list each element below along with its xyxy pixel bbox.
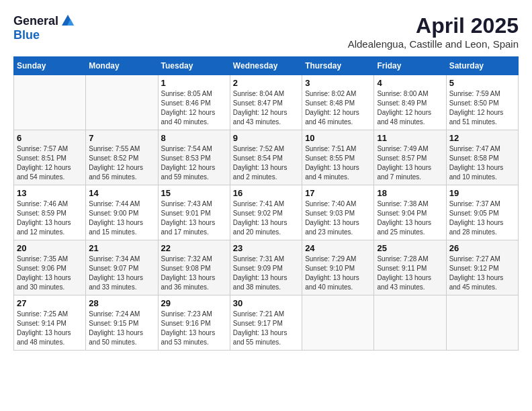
logo: General Blue <box>13 13 75 42</box>
day-detail: Sunrise: 7:55 AMSunset: 8:52 PMDaylight:… <box>89 144 154 182</box>
calendar-day-cell: 14Sunrise: 7:44 AMSunset: 9:00 PMDayligh… <box>86 185 158 240</box>
day-number: 13 <box>17 188 83 198</box>
day-info-line: Sunset: 9:16 PM <box>161 320 211 327</box>
day-number: 10 <box>305 133 371 143</box>
month-title: April 2025 <box>348 13 519 38</box>
calendar-day-cell: 28Sunrise: 7:24 AMSunset: 9:15 PMDayligh… <box>86 295 158 351</box>
calendar-day-cell: 30Sunrise: 7:21 AMSunset: 9:17 PMDayligh… <box>230 295 302 351</box>
day-info-line: Sunrise: 7:57 AM <box>17 145 68 152</box>
day-detail: Sunrise: 7:34 AMSunset: 9:07 PMDaylight:… <box>89 255 154 292</box>
day-detail: Sunrise: 7:31 AMSunset: 9:09 PMDaylight:… <box>233 255 299 292</box>
calendar-day-cell: 22Sunrise: 7:32 AMSunset: 9:08 PMDayligh… <box>158 240 230 295</box>
day-detail: Sunrise: 7:38 AMSunset: 9:04 PMDaylight:… <box>377 199 443 237</box>
daylight-hours: Daylight: 13 hours and 15 minutes. <box>89 219 143 236</box>
day-info-line: Sunrise: 7:59 AM <box>449 90 500 97</box>
calendar-table: SundayMondayTuesdayWednesdayThursdayFrid… <box>13 56 519 351</box>
daylight-hours: Daylight: 13 hours and 33 minutes. <box>89 274 143 291</box>
daylight-hours: Daylight: 12 hours and 54 minutes. <box>17 164 71 181</box>
daylight-hours: Daylight: 13 hours and 48 minutes. <box>17 329 71 346</box>
day-info-line: Sunrise: 8:05 AM <box>161 90 212 97</box>
daylight-hours: Daylight: 13 hours and 12 minutes. <box>17 219 71 236</box>
day-info-line: Sunset: 8:51 PM <box>17 154 66 162</box>
day-info-line: Sunset: 9:01 PM <box>161 210 211 217</box>
day-info-line: Sunset: 8:52 PM <box>89 154 138 162</box>
title-block: April 2025 Aldealengua, Castille and Leo… <box>348 13 519 50</box>
daylight-hours: Daylight: 13 hours and 53 minutes. <box>161 329 216 346</box>
day-number: 8 <box>161 133 227 143</box>
day-info-line: Sunset: 9:05 PM <box>449 210 499 217</box>
weekday-header: Saturday <box>446 57 518 75</box>
day-info-line: Sunrise: 7:40 AM <box>305 200 356 208</box>
day-detail: Sunrise: 8:05 AMSunset: 8:46 PMDaylight:… <box>161 89 227 127</box>
day-detail: Sunrise: 7:54 AMSunset: 8:53 PMDaylight:… <box>161 144 227 182</box>
day-number: 9 <box>233 133 299 143</box>
page-header: General Blue April 2025 Aldealengua, Cas… <box>13 13 519 50</box>
day-info-line: Sunrise: 7:46 AM <box>17 200 68 208</box>
day-info-line: Sunset: 8:46 PM <box>161 99 211 107</box>
day-info-line: Sunrise: 7:47 AM <box>449 145 500 152</box>
day-info-line: Sunset: 9:15 PM <box>89 320 138 327</box>
day-info-line: Sunset: 9:09 PM <box>233 265 283 272</box>
day-info-line: Sunset: 9:17 PM <box>233 320 283 327</box>
weekday-header: Thursday <box>302 57 374 75</box>
day-info-line: Sunset: 9:04 PM <box>377 210 427 217</box>
day-detail: Sunrise: 7:37 AMSunset: 9:05 PMDaylight:… <box>449 199 515 237</box>
day-detail: Sunrise: 7:21 AMSunset: 9:17 PMDaylight:… <box>233 310 299 347</box>
day-info-line: Sunset: 9:12 PM <box>449 265 499 272</box>
day-info-line: Sunset: 9:08 PM <box>161 265 211 272</box>
day-detail: Sunrise: 7:24 AMSunset: 9:15 PMDaylight:… <box>89 310 154 347</box>
day-detail: Sunrise: 7:28 AMSunset: 9:11 PMDaylight:… <box>377 255 443 292</box>
day-number: 26 <box>449 243 515 253</box>
daylight-hours: Daylight: 12 hours and 40 minutes. <box>161 109 216 126</box>
day-number: 22 <box>161 243 227 253</box>
day-number: 24 <box>305 243 371 253</box>
day-number: 3 <box>305 78 371 88</box>
day-detail: Sunrise: 7:47 AMSunset: 8:58 PMDaylight:… <box>449 144 515 182</box>
day-detail: Sunrise: 7:32 AMSunset: 9:08 PMDaylight:… <box>161 255 227 292</box>
calendar-day-cell: 13Sunrise: 7:46 AMSunset: 8:59 PMDayligh… <box>14 185 86 240</box>
daylight-hours: Daylight: 13 hours and 23 minutes. <box>305 219 359 236</box>
day-info-line: Sunset: 9:11 PM <box>377 265 427 272</box>
day-info-line: Sunset: 8:49 PM <box>377 99 427 107</box>
calendar-day-cell <box>446 295 518 351</box>
daylight-hours: Daylight: 13 hours and 7 minutes. <box>377 164 431 181</box>
day-info-line: Sunrise: 7:34 AM <box>89 255 140 263</box>
daylight-hours: Daylight: 12 hours and 46 minutes. <box>305 109 359 126</box>
daylight-hours: Daylight: 13 hours and 43 minutes. <box>377 274 431 291</box>
day-info-line: Sunrise: 7:21 AM <box>233 310 284 318</box>
calendar-day-cell: 9Sunrise: 7:52 AMSunset: 8:54 PMDaylight… <box>230 130 302 185</box>
day-number: 11 <box>377 133 443 143</box>
day-number: 15 <box>161 188 227 198</box>
day-info-line: Sunset: 8:58 PM <box>449 154 499 162</box>
day-detail: Sunrise: 7:25 AMSunset: 9:14 PMDaylight:… <box>17 310 83 347</box>
daylight-hours: Daylight: 13 hours and 4 minutes. <box>305 164 359 181</box>
day-detail: Sunrise: 7:57 AMSunset: 8:51 PMDaylight:… <box>17 144 83 182</box>
day-info-line: Sunrise: 7:52 AM <box>233 145 284 152</box>
day-detail: Sunrise: 8:00 AMSunset: 8:49 PMDaylight:… <box>377 89 443 127</box>
weekday-header: Wednesday <box>230 57 302 75</box>
day-detail: Sunrise: 7:52 AMSunset: 8:54 PMDaylight:… <box>233 144 299 182</box>
day-detail: Sunrise: 7:41 AMSunset: 9:02 PMDaylight:… <box>233 199 299 237</box>
daylight-hours: Daylight: 12 hours and 59 minutes. <box>161 164 216 181</box>
calendar-day-cell: 7Sunrise: 7:55 AMSunset: 8:52 PMDaylight… <box>86 130 158 185</box>
day-detail: Sunrise: 7:27 AMSunset: 9:12 PMDaylight:… <box>449 255 515 292</box>
day-number: 30 <box>233 298 299 308</box>
calendar-day-cell <box>374 295 446 351</box>
calendar-day-cell <box>86 75 158 130</box>
day-number: 7 <box>89 133 154 143</box>
day-number: 2 <box>233 78 299 88</box>
day-detail: Sunrise: 7:29 AMSunset: 9:10 PMDaylight:… <box>305 255 371 292</box>
day-detail: Sunrise: 7:40 AMSunset: 9:03 PMDaylight:… <box>305 199 371 237</box>
calendar-day-cell: 1Sunrise: 8:05 AMSunset: 8:46 PMDaylight… <box>158 75 230 130</box>
day-info-line: Sunset: 9:06 PM <box>17 265 66 272</box>
day-number: 14 <box>89 188 154 198</box>
weekday-header: Sunday <box>14 57 86 75</box>
calendar-day-cell: 16Sunrise: 7:41 AMSunset: 9:02 PMDayligh… <box>230 185 302 240</box>
day-info-line: Sunset: 8:55 PM <box>305 154 355 162</box>
calendar-day-cell: 24Sunrise: 7:29 AMSunset: 9:10 PMDayligh… <box>302 240 374 295</box>
day-info-line: Sunset: 9:00 PM <box>89 210 138 217</box>
day-number: 4 <box>377 78 443 88</box>
day-info-line: Sunrise: 7:28 AM <box>377 255 428 263</box>
day-detail: Sunrise: 7:44 AMSunset: 9:00 PMDaylight:… <box>89 199 154 237</box>
daylight-hours: Daylight: 13 hours and 55 minutes. <box>233 329 287 346</box>
